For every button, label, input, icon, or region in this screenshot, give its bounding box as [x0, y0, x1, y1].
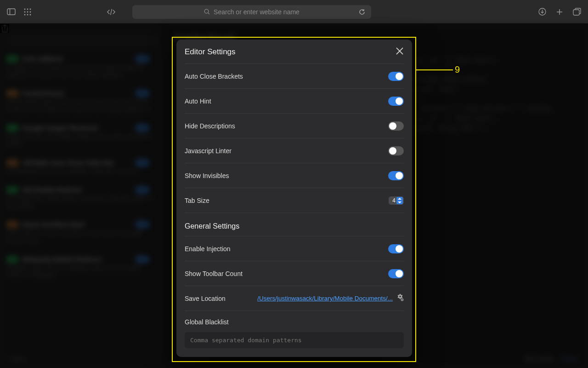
setting-label: Enable Injection: [185, 245, 231, 253]
setting-row-show-invisibles: Show Invisibles: [185, 163, 404, 188]
setting-row-auto-close-brackets: Auto Close Brackets: [185, 63, 404, 88]
annotation-number: 9: [455, 64, 460, 75]
svg-rect-0: [7, 9, 15, 15]
gear-icon[interactable]: [396, 294, 404, 303]
setting-row-hide-descriptions: Hide Descriptions: [185, 113, 404, 138]
svg-point-3: [27, 8, 28, 10]
search-icon: [204, 9, 210, 15]
toggle-auto-close-brackets[interactable]: [388, 72, 404, 81]
setting-row-auto-hint: Auto Hint: [185, 88, 404, 113]
reload-icon[interactable]: [357, 7, 367, 17]
setting-label: Auto Close Brackets: [185, 73, 243, 80]
svg-point-9: [27, 14, 28, 15]
svg-point-8: [24, 14, 26, 15]
toggle-show-toolbar-count[interactable]: [388, 269, 404, 278]
setting-row-enable-injection: Enable Injection: [185, 236, 404, 261]
setting-label: Global Blacklist: [185, 318, 404, 326]
close-icon[interactable]: [396, 47, 404, 57]
setting-label: Hide Descriptions: [185, 122, 235, 130]
svg-point-5: [24, 11, 26, 12]
toggle-enable-injection[interactable]: [388, 244, 404, 253]
svg-point-10: [30, 14, 31, 15]
svg-point-7: [30, 11, 31, 12]
browser-toolbar: Search or enter website name: [0, 0, 588, 24]
url-bar[interactable]: Search or enter website name: [132, 5, 371, 19]
svg-line-11: [111, 9, 112, 15]
setting-label: Show Invisibles: [185, 172, 229, 179]
downloads-icon[interactable]: [537, 7, 547, 17]
url-placeholder: Search or enter website name: [214, 8, 300, 16]
svg-point-6: [27, 11, 28, 12]
sidebar-toggle-icon[interactable]: [6, 7, 16, 17]
save-location-path[interactable]: /Users/justinwasack/Library/Mobile Docum…: [257, 295, 393, 302]
code-icon[interactable]: [107, 7, 116, 17]
toggle-auto-hint[interactable]: [388, 97, 404, 106]
setting-row-save-location: Save Location /Users/justinwasack/Librar…: [185, 286, 404, 310]
setting-label: Save Location: [185, 295, 226, 302]
setting-label: Show Toolbar Count: [185, 270, 243, 277]
settings-modal: Editor Settings Auto Close Brackets Auto…: [176, 40, 412, 357]
setting-row-tab-size: Tab Size 4: [185, 188, 404, 213]
setting-row-global-blacklist: Global Blacklist: [185, 310, 404, 348]
svg-point-13: [204, 9, 209, 13]
modal-title: Editor Settings: [185, 47, 236, 57]
tabs-icon[interactable]: [572, 7, 582, 17]
setting-label: Tab Size: [185, 197, 209, 204]
setting-label: Javascript Linter: [185, 147, 232, 155]
global-blacklist-input[interactable]: [185, 332, 404, 348]
toggle-show-invisibles[interactable]: [388, 171, 404, 180]
toggle-hide-descriptions[interactable]: [388, 121, 404, 131]
svg-point-24: [402, 299, 403, 300]
svg-line-14: [208, 13, 209, 14]
annotation-leader: [416, 69, 453, 70]
toggle-javascript-linter[interactable]: [388, 146, 404, 155]
svg-point-4: [30, 8, 31, 10]
svg-rect-20: [573, 10, 579, 15]
setting-row-show-toolbar-count: Show Toolbar Count: [185, 261, 404, 286]
general-settings-heading: General Settings: [185, 213, 404, 236]
setting-row-javascript-linter: Javascript Linter: [185, 138, 404, 163]
svg-point-2: [24, 8, 26, 10]
tab-size-select[interactable]: 4: [389, 196, 404, 205]
grid-icon[interactable]: [23, 7, 32, 17]
setting-label: Auto Hint: [185, 98, 211, 105]
new-tab-icon[interactable]: [555, 7, 564, 17]
